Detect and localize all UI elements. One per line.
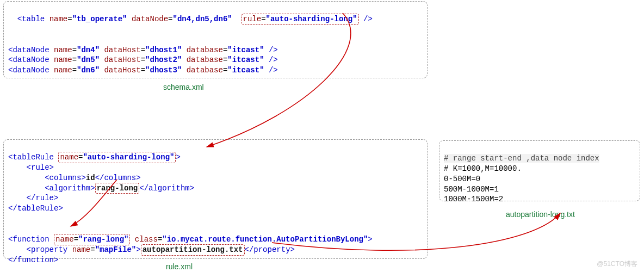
line4: 500M-1000M=1 (444, 185, 499, 194)
c: /> (264, 46, 278, 54)
v: "mapFile" (95, 245, 137, 254)
class-attr: class (135, 235, 158, 244)
function-name-highlight: name="rang-long" (54, 234, 130, 245)
algorithm-text: rang-long (97, 184, 138, 193)
a: name (60, 153, 78, 162)
rule-panel: <tableRule name="auto-sharding-long"> <r… (3, 139, 428, 259)
eq: = (261, 15, 265, 23)
datanode-value: "dn4,dn5,dn6" (173, 15, 232, 23)
class-val: "io.mycat.route.function.AutoPartitionBy… (162, 235, 368, 244)
columns-open: <columns> (8, 174, 86, 182)
tablerule-close: </tableRule> (8, 204, 63, 213)
v: "itcast" (227, 55, 264, 64)
v: "dn4" (77, 46, 100, 54)
tag-close: /> (359, 15, 373, 23)
a: name (72, 245, 91, 254)
a: name (54, 55, 72, 64)
dn-tag: <dataNode (8, 46, 54, 54)
schema-panel: <table name="tb_operate" dataNode="dn4,d… (3, 1, 428, 78)
watermark: @51CTO博客 (597, 259, 637, 269)
algorithm-highlight: rang-long (95, 183, 140, 194)
a: name (54, 46, 72, 54)
a: database (187, 46, 223, 54)
tablerule-name-highlight: name="auto-sharding-long" (58, 152, 176, 163)
c: /> (264, 66, 278, 75)
v: "auto-sharding-long" (83, 153, 174, 162)
line1a: # range start-end , (444, 154, 531, 163)
line5: 1000M-1500M=2 (444, 195, 503, 203)
mapfile-text: autopartition-long.txt (143, 245, 243, 254)
token (8, 15, 17, 23)
columns-text: id (86, 174, 95, 182)
v: "dhost1" (145, 46, 182, 54)
attr-rule: rule (243, 15, 262, 23)
function-open: <function (8, 235, 54, 244)
a: database (187, 66, 223, 75)
v: "itcast" (227, 46, 264, 54)
rule-close: </rule> (8, 194, 58, 202)
algorithm-close: </algorithm> (139, 184, 194, 193)
gt: > (176, 153, 180, 162)
rule-open: <rule> (8, 163, 54, 172)
a: dataHost (104, 46, 140, 54)
v: "dhost3" (145, 66, 182, 75)
property-open: <property (8, 245, 72, 254)
a: name (54, 66, 72, 75)
table-tag: <table (17, 15, 49, 23)
a: dataHost (104, 66, 140, 75)
v: "itcast" (227, 66, 264, 75)
line2: # K=1000,M=10000. (444, 164, 522, 173)
c: /> (264, 55, 278, 64)
a: dataHost (104, 55, 140, 64)
rule-attr-highlight: rule="auto-sharding-long" (242, 14, 359, 25)
property-close: </property> (245, 245, 295, 254)
algorithm-open: <algorithm> (8, 184, 95, 193)
a: database (187, 55, 223, 64)
rule-caption: rule.xml (166, 262, 193, 271)
dn-tag: <dataNode (8, 66, 54, 75)
autopartition-caption: autopartition-long.txt (506, 210, 575, 219)
mapfile-highlight: autopartition-long.txt (141, 244, 245, 256)
attr-value: "tb_operate" (72, 15, 127, 23)
a: name (55, 235, 74, 244)
tablerule-open: <tableRule (8, 153, 58, 162)
v: "dn5" (77, 55, 100, 64)
line1b: data node index (531, 154, 599, 163)
function-close: </function> (8, 256, 58, 264)
eq: = (67, 15, 72, 23)
v: "dn6" (77, 66, 100, 75)
schema-caption: schema.xml (163, 83, 204, 91)
v: "dhost2" (145, 55, 182, 64)
columns-close: </columns> (95, 174, 141, 182)
gt: > (136, 245, 140, 254)
autopartition-panel: # range start-end ,data node index # K=1… (439, 140, 640, 201)
v: "rang-long" (78, 235, 128, 244)
eq: = (168, 15, 172, 23)
line3: 0-500M=0 (444, 175, 480, 183)
attr-datanode: dataNode (132, 15, 168, 23)
rule-value: "auto-sharding-long" (266, 15, 357, 23)
dn-tag: <dataNode (8, 55, 54, 64)
attr-name: name (49, 15, 68, 23)
gt: > (368, 235, 372, 244)
